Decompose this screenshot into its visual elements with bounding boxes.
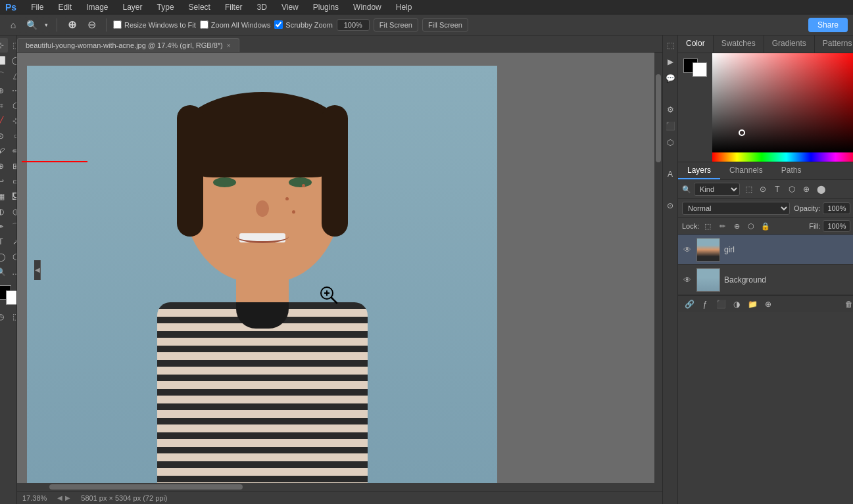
lock-all-btn[interactable]: 🔒 — [760, 220, 771, 232]
menu-layer[interactable]: Layer — [120, 1, 145, 13]
zoom-options-dropdown[interactable]: ▾ — [42, 17, 50, 33]
path-select-tool[interactable]: ↗ — [9, 235, 17, 249]
paint-bucket-tool[interactable]: ⛾ — [9, 189, 17, 204]
new-adjustment-btn[interactable]: ◑ — [731, 298, 743, 310]
tab-paths[interactable]: Paths — [772, 162, 811, 179]
menu-filter[interactable]: Filter — [222, 1, 245, 13]
layer-filter-pixel[interactable]: ⬚ — [743, 183, 754, 195]
perspective-crop-tool[interactable]: ⬡ — [9, 99, 17, 113]
dodge-tool[interactable]: ◐ — [0, 204, 8, 219]
layer-item-background[interactable]: 👁 Background — [678, 265, 853, 295]
zoom-all-windows-checkbox[interactable] — [200, 20, 208, 29]
background-color[interactable] — [6, 290, 18, 305]
tab-channels[interactable]: Channels — [720, 162, 772, 179]
menu-image[interactable]: Image — [84, 1, 110, 13]
play-icon[interactable]: ▶ — [663, 55, 677, 69]
tab-layers[interactable]: Layers — [678, 162, 720, 179]
menu-help[interactable]: Help — [393, 1, 415, 13]
share-button[interactable]: Share — [808, 18, 848, 32]
brush-tool[interactable]: 🖌 — [0, 144, 8, 158]
adjustments-icon[interactable]: ⚙ — [663, 103, 677, 117]
lock-position-btn[interactable]: ⊕ — [731, 220, 743, 232]
menu-type[interactable]: Type — [155, 1, 177, 13]
zoom-all-windows-checkbox-label[interactable]: Zoom All Windows — [200, 20, 270, 29]
eraser-tool[interactable]: ▭ — [9, 174, 17, 189]
shape-tool[interactable]: ◯ — [0, 250, 8, 264]
lasso-tool[interactable]: ⌒ — [0, 68, 8, 83]
freeform-pen-tool[interactable]: ⌒ — [9, 219, 17, 234]
link-layers-btn[interactable]: 🔗 — [683, 298, 695, 310]
horizontal-scrollbar-thumb[interactable] — [49, 484, 243, 490]
pencil-tool[interactable]: ✏ — [9, 144, 17, 158]
zoom-options-button[interactable]: 🔍 — [25, 17, 38, 33]
menu-view[interactable]: View — [279, 1, 301, 13]
horizontal-scrollbar[interactable] — [17, 483, 662, 491]
new-group-btn[interactable]: 📁 — [746, 298, 758, 310]
magic-wand-tool[interactable]: ⋯ — [9, 83, 17, 98]
canvas-content[interactable] — [27, 66, 497, 491]
pattern-stamp-tool[interactable]: ⊞ — [9, 159, 17, 173]
menu-3d[interactable]: 3D — [255, 1, 270, 13]
menu-select[interactable]: Select — [186, 1, 213, 13]
crop-tool[interactable]: ⌗ — [0, 99, 8, 113]
layer-filter-shape[interactable]: ⬡ — [786, 183, 798, 195]
custom-shape-tool[interactable]: ⬡ — [9, 250, 17, 264]
layer-item-girl[interactable]: 👁 girl — [678, 235, 853, 265]
eyedropper-tool[interactable]: ╱ — [0, 114, 8, 128]
layer-filter-smart[interactable]: ⊕ — [800, 183, 812, 195]
menu-window[interactable]: Window — [351, 1, 384, 13]
canvas-tab-close[interactable]: × — [227, 42, 231, 49]
new-layer-btn[interactable]: ⊕ — [762, 298, 774, 310]
add-style-btn[interactable]: ƒ — [699, 298, 711, 310]
layer-filter-adjustment[interactable]: ⊙ — [757, 183, 769, 195]
history-brush-tool[interactable]: ↩ — [0, 174, 8, 189]
properties-icon[interactable]: ⬚ — [663, 38, 677, 53]
rect-marquee-tool[interactable]: ⬜ — [0, 53, 8, 68]
pen-tool[interactable]: ✒ — [0, 219, 8, 234]
color-gradient[interactable] — [712, 53, 853, 152]
vertical-scrollbar-thumb[interactable] — [656, 74, 661, 162]
fill-screen-button[interactable]: Fill Screen — [422, 18, 468, 32]
blend-mode-select[interactable]: Normal — [682, 202, 790, 215]
scrubby-zoom-checkbox[interactable] — [274, 20, 283, 29]
gradient-tool[interactable]: ▦ — [0, 189, 8, 204]
resize-windows-checkbox-label[interactable]: Resize Windows to Fit — [113, 20, 196, 29]
spot-icon[interactable]: ⊙ — [663, 198, 677, 213]
type-tool[interactable]: T — [0, 235, 8, 249]
color-sampler-tool[interactable]: ⊹ — [9, 114, 17, 128]
layer-visibility-girl[interactable]: 👁 — [682, 244, 693, 255]
scrubby-zoom-checkbox-label[interactable]: Scrubby Zoom — [274, 20, 333, 29]
type-icon[interactable]: A — [663, 167, 677, 181]
home-button[interactable]: ⌂ — [5, 17, 21, 33]
clone-stamp-tool[interactable]: ⊕ — [0, 159, 8, 173]
heal-brush-tool[interactable]: ○ — [9, 129, 17, 143]
hue-bar[interactable] — [712, 152, 853, 162]
menu-file[interactable]: File — [28, 1, 46, 13]
tab-gradients[interactable]: Gradients — [764, 35, 815, 53]
layer-filter-type[interactable]: T — [771, 183, 783, 195]
opacity-input[interactable] — [823, 202, 850, 214]
menu-edit[interactable]: Edit — [55, 1, 74, 13]
color-picker[interactable] — [712, 53, 853, 162]
fit-screen-button[interactable]: Fit Screen — [374, 18, 418, 32]
layer-visibility-bg[interactable]: 👁 — [682, 275, 693, 285]
delete-layer-btn[interactable]: 🗑 — [843, 298, 853, 310]
quick-mask-button[interactable]: ◷ — [0, 309, 8, 324]
menu-plugins[interactable]: Plugins — [310, 1, 341, 13]
zoom-out-button[interactable]: ⊖ — [84, 17, 99, 33]
screen-mode-button[interactable]: ⬚ — [9, 309, 18, 324]
polygonal-lasso-tool[interactable]: △ — [9, 68, 17, 83]
spot-heal-tool[interactable]: ⊙ — [0, 129, 8, 143]
lock-transparent-btn[interactable]: ⬚ — [702, 220, 714, 232]
more-tools[interactable]: … — [9, 265, 17, 279]
resize-windows-checkbox[interactable] — [113, 20, 122, 29]
zoom-percent-input[interactable] — [337, 19, 370, 31]
background-swatch[interactable] — [693, 62, 707, 77]
burn-tool[interactable]: ◑ — [9, 204, 17, 219]
lock-pixels-btn[interactable]: ✏ — [716, 220, 728, 232]
zoom-tool[interactable]: 🔍 — [0, 265, 8, 279]
layers-kind-select[interactable]: Kind — [694, 183, 740, 196]
zoom-in-button[interactable]: ⊕ — [64, 17, 80, 33]
ellip-marquee-tool[interactable]: ◯ — [9, 53, 17, 68]
status-next[interactable]: ▶ — [65, 494, 70, 501]
